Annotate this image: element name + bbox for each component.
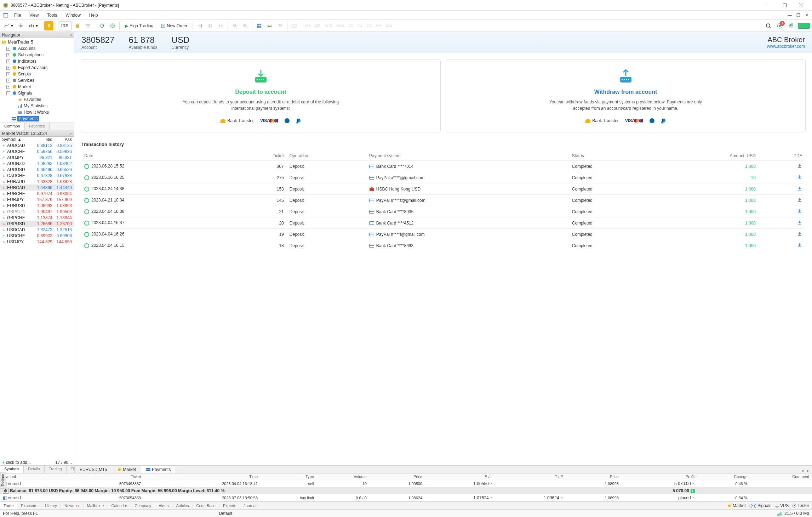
menu-file[interactable]: File bbox=[10, 11, 25, 19]
mw-row-gbpusd[interactable]: ↘GBPUSD1.266961.26700 bbox=[0, 221, 74, 227]
toolbox-tab-trade[interactable]: Trade bbox=[0, 502, 17, 509]
navigator-close-button[interactable]: × bbox=[70, 33, 72, 37]
nav-expert-advisors[interactable]: +Expert Advisors bbox=[0, 64, 74, 71]
minimize-button[interactable] bbox=[760, 0, 777, 11]
menu-tools[interactable]: Tools bbox=[43, 11, 61, 19]
nav-signals[interactable]: −Signals bbox=[0, 90, 74, 96]
mdi-restore-button[interactable]: ❐ bbox=[794, 12, 802, 19]
mw-row-eurchf[interactable]: ↘EURCHF0.979740.98004 bbox=[0, 191, 74, 197]
zoom-out-button[interactable] bbox=[230, 21, 239, 30]
download-pdf-button[interactable] bbox=[759, 240, 805, 251]
history-row[interactable]: 2023.04.04 16:1518DepositBank Card ****8… bbox=[81, 240, 805, 251]
mw-row-audusd[interactable]: ↘AUDUSD0.664960.66526 bbox=[0, 166, 74, 172]
download-pdf-button[interactable] bbox=[759, 206, 805, 217]
toolbox-signals-link[interactable]: ((•))Signals bbox=[749, 503, 772, 508]
mw-row-eurjpy[interactable]: ↘EURJPY157.879157.909 bbox=[0, 197, 74, 203]
menu-help[interactable]: Help bbox=[85, 11, 102, 19]
toolbox-tab-code-base[interactable]: Code Base bbox=[193, 502, 219, 509]
timeframe-d1[interactable]: D1 bbox=[365, 21, 373, 30]
refresh-button[interactable] bbox=[97, 21, 107, 30]
nav-signals-my-statistics[interactable]: My Statistics bbox=[0, 103, 74, 109]
tab-eurusd[interactable]: EURUSD,M15 bbox=[74, 466, 112, 473]
withdraw-cards-icon[interactable]: VISA bbox=[625, 118, 643, 124]
mw-row-usdcad[interactable]: ↘USDCAD1.324731.32513 bbox=[0, 227, 74, 233]
mw-row-audnzd[interactable]: ↗AUDNZD1.082821.08402 bbox=[0, 160, 74, 166]
withdraw-webmoney-icon[interactable] bbox=[649, 118, 655, 124]
menu-window[interactable]: Window bbox=[61, 11, 85, 19]
timeframe-mn[interactable]: MN bbox=[384, 21, 394, 30]
mw-row-gbpaud[interactable]: ↘GBPAUD1.904971.90503 bbox=[0, 209, 74, 215]
timeframe-h1[interactable]: H1 bbox=[347, 21, 355, 30]
tab-payments[interactable]: Payments bbox=[141, 466, 176, 473]
mw-row-usdchf[interactable]: ↗USDCHF0.899030.89906 bbox=[0, 233, 74, 239]
toolbox-tab-journal[interactable]: Journal bbox=[240, 502, 260, 509]
trade-row[interactable]: ◧ eurusd 50736543592023.07.03 13:50:53bu… bbox=[0, 494, 812, 501]
history-row[interactable]: 2023.04.04 16:3821DepositBank Card ****8… bbox=[81, 206, 805, 217]
toolbox-tab-calendar[interactable]: Calendar bbox=[108, 502, 131, 509]
position-close-button[interactable]: × bbox=[692, 481, 695, 486]
withdraw-paypal-icon[interactable] bbox=[661, 118, 666, 124]
broker-url[interactable]: www.abcbroker.com bbox=[767, 44, 805, 49]
lvl-button[interactable]: LVL bbox=[787, 21, 796, 30]
history-row[interactable]: 2023.06.28 15:52307DepositBank Card ****… bbox=[81, 161, 805, 172]
toolbox-tab-mailbox[interactable]: Mailbox 7 bbox=[84, 502, 108, 509]
timeframe-m15[interactable]: M15 bbox=[323, 21, 334, 30]
toolbox-tab-company[interactable]: Company bbox=[131, 502, 155, 509]
add-position-button[interactable]: + bbox=[691, 489, 695, 493]
nav-root[interactable]: 5MetaTrader 5 bbox=[0, 39, 74, 45]
settings-button[interactable] bbox=[276, 21, 285, 30]
mw-tab-details[interactable]: Details bbox=[24, 466, 45, 473]
dollar-button[interactable]: $ bbox=[44, 21, 53, 30]
mw-row-usdjpy[interactable]: ↘USDJPY144.829144.859 bbox=[0, 239, 74, 245]
mw-row-audcad[interactable]: ↗AUDCAD0.881120.88125 bbox=[0, 142, 74, 148]
deposit-cards-icon[interactable]: VISA bbox=[260, 118, 278, 124]
download-pdf-button[interactable] bbox=[759, 229, 805, 240]
history-row[interactable]: 2023.04.24 14:38153DepositHSBC Hong Kong… bbox=[81, 183, 805, 195]
crosshair-button[interactable] bbox=[16, 21, 25, 30]
tab-next-button[interactable]: ▸ bbox=[806, 468, 811, 473]
marketwatch-columns[interactable]: Symbol ▲ Bid Ask bbox=[0, 137, 74, 142]
marketwatch-close-button[interactable]: × bbox=[70, 131, 72, 136]
mdi-minimize-button[interactable]: — bbox=[786, 12, 794, 19]
withdraw-bank-transfer[interactable]: Bank Transfer bbox=[585, 118, 619, 123]
download-pdf-button[interactable] bbox=[759, 183, 805, 195]
timeframe-h4[interactable]: H4 bbox=[356, 21, 364, 30]
nav-market[interactable]: +Market bbox=[0, 84, 74, 90]
mw-row-euraud[interactable]: ↘EURAUD1.638281.63928 bbox=[0, 178, 74, 184]
chart-candle-button[interactable]: ▾ bbox=[27, 21, 40, 30]
toolbox-tab-experts[interactable]: Experts bbox=[219, 502, 240, 509]
nav-scripts[interactable]: +Scripts bbox=[0, 71, 74, 77]
timeframe-m30[interactable]: M30 bbox=[334, 21, 345, 30]
nav-tab-common[interactable]: Common bbox=[0, 123, 25, 130]
nav-tab-favorites[interactable]: Favorites bbox=[25, 123, 50, 130]
download-pdf-button[interactable] bbox=[759, 161, 805, 172]
marketwatch-add[interactable]: +click to add...17 / 90... bbox=[0, 459, 74, 465]
toolbox-tab-exposure[interactable]: Exposure bbox=[17, 502, 41, 509]
timeframe-w1[interactable]: W1 bbox=[374, 21, 384, 30]
download-pdf-button[interactable] bbox=[759, 217, 805, 229]
deposit-paypal-icon[interactable] bbox=[296, 118, 301, 124]
shop-button[interactable] bbox=[73, 21, 82, 30]
history-row[interactable]: 2023.04.04 16:3720DepositBank Card ****4… bbox=[81, 217, 805, 229]
search-button[interactable] bbox=[764, 21, 773, 30]
download-pdf-button[interactable] bbox=[759, 195, 805, 206]
globe-refresh-button[interactable] bbox=[108, 21, 117, 30]
maximize-button[interactable] bbox=[777, 0, 793, 11]
close-button[interactable] bbox=[793, 0, 809, 11]
ide-button[interactable]: IDE bbox=[58, 21, 72, 30]
toolbox-tester-link[interactable]: Tester bbox=[792, 503, 809, 508]
history-row[interactable]: 2023.05.16 16:25275DepositPayPal a****j@… bbox=[81, 172, 805, 183]
toolbox-tab-history[interactable]: History bbox=[41, 502, 61, 509]
chart-line-button[interactable]: ▾ bbox=[2, 21, 15, 30]
new-order-button[interactable]: New Order bbox=[158, 21, 190, 30]
alerts-button[interactable]: 2 bbox=[775, 21, 784, 30]
toolbox-vps-link[interactable]: VPS bbox=[775, 503, 789, 508]
mw-row-cadchf[interactable]: ↘CADCHF0.678280.67888 bbox=[0, 172, 74, 178]
grid-button[interactable] bbox=[255, 21, 264, 30]
camera-button[interactable] bbox=[290, 21, 299, 30]
nav-signals-how-it-works[interactable]: How It Works bbox=[0, 109, 74, 115]
mw-row-gbpchf[interactable]: ↘GBPCHF1.138741.13944 bbox=[0, 215, 74, 221]
timeframe-m5[interactable]: M5 bbox=[313, 21, 322, 30]
order-close-button[interactable]: × bbox=[692, 495, 695, 500]
nav-payments[interactable]: Payments bbox=[0, 115, 74, 122]
